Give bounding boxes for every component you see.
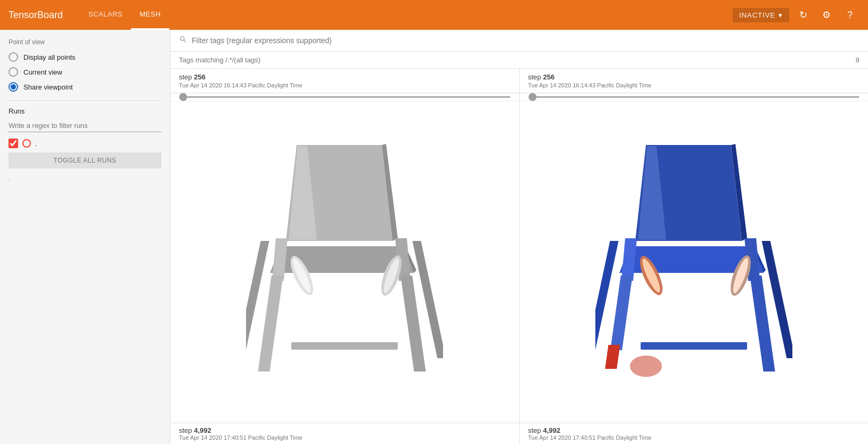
runs-title: Runs [9, 107, 161, 115]
search-input[interactable] [192, 36, 859, 45]
topbar: TensorBoard SCALARS MESH INACTIVE ▾ ↻ ⚙ … [0, 0, 868, 30]
mesh-grid: step 256 Tue Apr 14 2020 16:14:43 Pacifi… [170, 69, 868, 444]
search-icon [179, 35, 187, 46]
nav-scalars[interactable]: SCALARS [80, 0, 131, 30]
step-value-right-bottom: 4,992 [543, 426, 561, 434]
step-value-left-bottom: 4,992 [194, 426, 211, 434]
mesh-footer-left: step 4,992 Tue Apr 14 2020 17:40:51 Paci… [170, 423, 519, 444]
tags-header: Tags matching /.*/(all tags) 8 [170, 52, 868, 69]
mesh-panel-left-header: step 256 Tue Apr 14 2020 16:14:43 Pacifi… [170, 69, 519, 93]
chair-gray-svg [246, 134, 443, 390]
mesh-slider-row-right [520, 93, 869, 101]
mesh-panel-right-header: step 256 Tue Apr 14 2020 16:14:43 Pacifi… [520, 69, 869, 93]
sidebar-divider-1 [9, 100, 161, 101]
svg-rect-14 [291, 342, 398, 350]
run-checkbox[interactable] [9, 139, 18, 148]
refresh-button[interactable]: ↻ [793, 5, 813, 25]
app-logo: TensorBoard [9, 10, 63, 21]
status-label: INACTIVE [739, 11, 775, 19]
radio-current-view[interactable]: Current view [9, 67, 161, 77]
run-dot-bottom-label: . [9, 174, 10, 182]
run-name: . [35, 140, 37, 148]
tags-label: Tags matching /.*/(all tags) [179, 56, 260, 64]
mesh-footer-right: step 4,992 Tue Apr 14 2020 17:40:51 Paci… [520, 423, 869, 444]
mesh-panel-right: step 256 Tue Apr 14 2020 16:14:43 Pacifi… [520, 69, 869, 444]
radio-label-share-viewpoint: Share viewpoint [23, 83, 73, 91]
content-area: Tags matching /.*/(all tags) 8 step 256 … [170, 30, 868, 444]
svg-point-33 [630, 356, 662, 377]
svg-rect-26 [610, 276, 633, 350]
radio-circle-display-all [9, 52, 18, 62]
run-color-dot [22, 139, 31, 148]
refresh-icon: ↻ [799, 9, 807, 21]
step-label-left-top: step [179, 73, 194, 81]
mesh-canvas-left [170, 101, 519, 423]
pov-radio-group: Display all points Current view Share vi… [9, 52, 161, 92]
step-label-right-bottom: step [528, 426, 543, 434]
pov-title: Point of view [9, 38, 161, 46]
chair-blue-svg [595, 134, 792, 390]
step-value-left-top: 256 [194, 73, 206, 81]
radio-display-all-points[interactable]: Display all points [9, 52, 161, 62]
step-top-left: step 256 [179, 73, 511, 81]
search-bar [170, 30, 868, 52]
svg-rect-4 [272, 238, 288, 281]
help-icon: ? [847, 10, 853, 21]
settings-button[interactable]: ⚙ [817, 5, 836, 25]
mesh-panel-left: step 256 Tue Apr 14 2020 16:14:43 Pacifi… [170, 69, 520, 444]
mesh-canvas-right [520, 101, 869, 423]
svg-rect-28 [750, 276, 775, 372]
radio-label-current-view: Current view [23, 68, 62, 76]
radio-circle-share-viewpoint [9, 82, 18, 92]
step-bottom-right: step 4,992 [528, 426, 860, 434]
step-time-left-top: Tue Apr 14 2020 16:14:43 Pacific Dayligh… [179, 82, 511, 88]
svg-rect-20 [621, 238, 637, 281]
step-time-left-bottom: Tue Apr 14 2020 17:40:51 Pacific Dayligh… [179, 434, 511, 441]
svg-rect-31 [641, 342, 747, 350]
run-item: . [9, 139, 161, 148]
tags-count: 8 [856, 56, 859, 64]
svg-rect-27 [605, 345, 620, 369]
step-top-right: step 256 [528, 73, 860, 81]
top-nav: SCALARS MESH [80, 0, 169, 30]
main-layout: Point of view Display all points Current… [0, 30, 868, 444]
chevron-down-icon: ▾ [779, 11, 783, 19]
runs-regex-input[interactable] [9, 119, 161, 132]
help-button[interactable]: ? [840, 5, 859, 25]
svg-rect-10 [258, 276, 283, 372]
settings-icon: ⚙ [822, 9, 831, 21]
topbar-right: INACTIVE ▾ ↻ ⚙ ? [733, 5, 859, 25]
mesh-slider-left[interactable] [179, 96, 511, 98]
sidebar: Point of view Display all points Current… [0, 30, 170, 444]
nav-mesh[interactable]: MESH [131, 0, 169, 30]
mesh-slider-row-left [170, 93, 519, 101]
radio-label-display-all: Display all points [23, 53, 76, 61]
status-dropdown[interactable]: INACTIVE ▾ [733, 8, 789, 22]
step-label-right-top: step [528, 73, 543, 81]
toggle-all-runs-button[interactable]: TOGGLE ALL RUNS [9, 152, 161, 168]
radio-circle-current-view [9, 67, 18, 77]
mesh-slider-right[interactable] [528, 96, 860, 98]
radio-share-viewpoint[interactable]: Share viewpoint [9, 82, 161, 92]
step-value-right-top: 256 [543, 73, 555, 81]
step-bottom-left: step 4,992 [179, 426, 511, 434]
step-label-left-bottom: step [179, 426, 194, 434]
step-time-right-top: Tue Apr 14 2020 16:14:43 Pacific Dayligh… [528, 82, 860, 88]
step-time-right-bottom: Tue Apr 14 2020 17:40:51 Pacific Dayligh… [528, 434, 860, 441]
svg-rect-11 [400, 276, 425, 372]
